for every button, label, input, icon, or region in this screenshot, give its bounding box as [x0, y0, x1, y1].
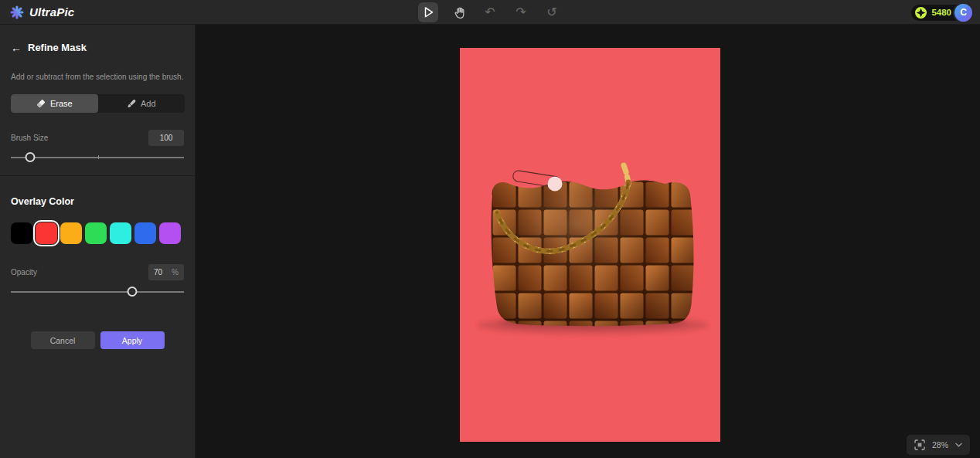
opacity-label: Opacity — [11, 268, 37, 276]
section-divider — [0, 175, 195, 176]
zoom-level: 28% — [932, 440, 948, 450]
brush-size-input[interactable]: 100 — [148, 130, 184, 146]
add-mode-button[interactable]: Add — [98, 94, 185, 113]
fit-to-screen-icon — [914, 439, 925, 450]
hand-tool-button[interactable] — [449, 2, 469, 22]
slider-track — [11, 291, 184, 293]
user-avatar[interactable]: C — [954, 4, 972, 22]
panel-title: Refine Mask — [28, 42, 87, 53]
avatar-initial: C — [960, 7, 967, 18]
opacity-slider[interactable] — [11, 287, 184, 297]
main-toolbar: ↶ ↷ ↺ — [418, 0, 562, 25]
brush-size-label: Brush Size — [11, 134, 48, 142]
color-swatch-green[interactable] — [85, 222, 107, 244]
brush-size-value: 100 — [160, 134, 173, 142]
ultrapic-logo-icon — [10, 5, 24, 19]
redo-icon: ↷ — [516, 6, 526, 19]
credits-count: 5480 — [931, 8, 951, 17]
color-swatch-purple[interactable] — [159, 222, 181, 244]
editor-canvas[interactable]: 28% — [196, 25, 980, 458]
hand-icon — [452, 5, 467, 20]
opacity-unit: % — [172, 268, 179, 276]
app-title: UltraPic — [29, 5, 74, 19]
select-tool-button[interactable] — [418, 2, 438, 22]
add-label: Add — [141, 99, 156, 108]
app-header: UltraPic ↶ ↷ ↺ — [0, 0, 980, 25]
erase-mode-button[interactable]: Erase — [11, 94, 98, 113]
slider-midpoint-tick — [98, 155, 99, 159]
cancel-button[interactable]: Cancel — [31, 331, 95, 349]
cursor-icon — [420, 5, 436, 20]
undo-icon: ↶ — [485, 6, 495, 19]
reset-button[interactable]: ↺ — [542, 2, 562, 22]
panel-description: Add or subtract from the selection using… — [11, 72, 184, 82]
brush-size-row: Brush Size 100 — [11, 130, 184, 146]
chevron-down-icon — [955, 443, 962, 447]
overlay-color-title: Overlay Color — [11, 196, 184, 207]
brush-mode-toggle: Erase Add — [11, 94, 185, 113]
opacity-input[interactable]: 70 % — [148, 264, 184, 280]
panel-actions: Cancel Apply — [11, 331, 184, 349]
opacity-row: Opacity 70 % — [11, 264, 184, 280]
undo-button[interactable]: ↶ — [480, 2, 500, 22]
reset-icon: ↺ — [546, 6, 556, 19]
back-arrow-icon: ← — [11, 42, 22, 53]
eraser-icon — [36, 99, 46, 108]
color-swatch-blue[interactable] — [134, 222, 156, 244]
brush-size-slider-knob[interactable] — [25, 152, 35, 162]
overlay-color-swatches — [11, 222, 184, 244]
app-logo[interactable]: UltraPic — [0, 5, 74, 19]
zoom-control[interactable]: 28% — [907, 435, 970, 455]
back-button[interactable]: ← Refine Mask — [11, 42, 184, 53]
color-swatch-cyan[interactable] — [110, 222, 131, 244]
photo-woven-bag[interactable] — [460, 48, 720, 442]
brush-icon — [127, 99, 136, 108]
apply-button[interactable]: Apply — [100, 331, 165, 349]
slider-track — [11, 157, 184, 158]
erase-label: Erase — [50, 99, 73, 108]
credits-coin-icon — [915, 7, 927, 19]
redo-button[interactable]: ↷ — [511, 2, 531, 22]
color-swatch-red[interactable] — [36, 222, 57, 244]
color-swatch-orange[interactable] — [60, 222, 82, 244]
opacity-slider-knob[interactable] — [127, 287, 137, 297]
brush-size-slider[interactable] — [11, 152, 184, 163]
opacity-value: 70 — [154, 268, 162, 276]
woven-bag — [492, 180, 694, 326]
brush-cursor — [548, 177, 563, 192]
refine-mask-panel: ← Refine Mask Add or subtract from the s… — [0, 25, 196, 458]
color-swatch-black[interactable] — [11, 222, 32, 244]
header-right: 5480 C — [911, 0, 972, 25]
